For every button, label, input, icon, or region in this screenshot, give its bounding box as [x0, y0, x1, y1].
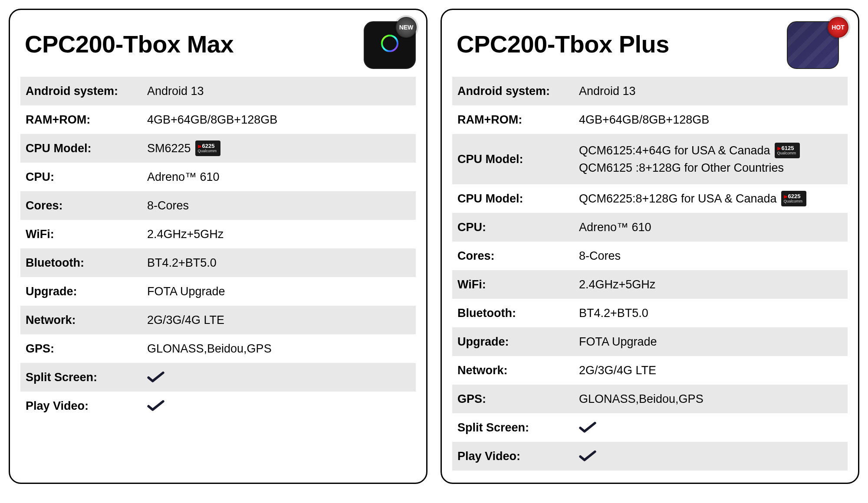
spec-label: Bluetooth:: [26, 256, 147, 270]
spec-row: CPU Model:QCM6125:4+64G for USA & Canada…: [452, 134, 848, 184]
spec-value: 4GB+64GB/8GB+128GB: [579, 111, 842, 129]
spec-row: Cores:8-Cores: [20, 191, 416, 220]
new-badge-icon: NEW: [396, 17, 417, 38]
spec-row: CPU:Adreno™ 610: [452, 213, 848, 242]
check-icon: [147, 400, 164, 412]
spec-label: RAM+ROM:: [26, 113, 147, 127]
spec-value: [579, 450, 842, 462]
spec-row: Split Screen:: [20, 363, 416, 392]
spec-label: Split Screen:: [26, 371, 147, 384]
spec-list: Android system:Android 13RAM+ROM:4GB+64G…: [20, 77, 416, 420]
spec-row: Play Video:: [452, 442, 848, 470]
card-header: CPC200-Tbox Plus HOT: [452, 18, 848, 70]
spec-label: CPU Model:: [457, 192, 579, 206]
spec-value: 2.4GHz+5GHz: [579, 276, 842, 294]
spec-label: Cores:: [457, 249, 579, 263]
product-image-wrap: HOT: [787, 18, 848, 70]
spec-label: Play Video:: [457, 450, 579, 463]
spec-label: Cores:: [26, 199, 147, 212]
product-image-wrap: NEW: [355, 18, 416, 70]
spec-label: CPU:: [457, 221, 579, 234]
spec-value: 4GB+64GB/8GB+128GB: [147, 111, 411, 129]
spec-row: CPU:Adreno™ 610: [20, 163, 416, 191]
spec-row: Upgrade:FOTA Upgrade: [20, 277, 416, 306]
card-title: CPC200-Tbox Max: [25, 30, 233, 58]
spec-value: GLONASS,Beidou,GPS: [579, 390, 842, 408]
qualcomm-chip-icon: 6225Qualcomm: [195, 140, 220, 156]
spec-value: [579, 421, 842, 434]
spec-value: Adreno™ 610: [579, 219, 842, 236]
spec-label: WiFi:: [457, 278, 579, 291]
spec-value: 2G/3G/4G LTE: [147, 311, 411, 329]
check-icon: [147, 371, 164, 383]
qualcomm-chip-icon: 6225Qualcomm: [781, 191, 806, 206]
spec-row: Bluetooth:BT4.2+BT5.0: [20, 248, 416, 277]
spec-label: Split Screen:: [457, 421, 579, 434]
spec-row: GPS:GLONASS,Beidou,GPS: [452, 385, 848, 413]
spec-value: Adreno™ 610: [147, 168, 411, 186]
spec-label: GPS:: [457, 392, 579, 406]
spec-row: WiFi:2.4GHz+5GHz: [452, 270, 848, 299]
spec-value-line: QCM6125 :8+128G for Other Countries: [579, 159, 842, 177]
spec-label: Network:: [26, 314, 147, 327]
spec-label: CPU:: [26, 170, 147, 184]
spec-row: Play Video:: [20, 392, 416, 420]
card-header: CPC200-Tbox Max NEW: [20, 18, 416, 70]
spec-label: Network:: [457, 364, 579, 377]
spec-value: 8-Cores: [147, 197, 411, 215]
spec-row: Android system:Android 13: [20, 77, 416, 105]
spec-value: FOTA Upgrade: [147, 283, 411, 300]
spec-row: Split Screen:: [452, 413, 848, 442]
spec-label: CPU Model:: [457, 153, 579, 166]
spec-label: Upgrade:: [457, 335, 579, 349]
spec-card-plus: CPC200-Tbox Plus HOT Android system:Andr…: [441, 9, 859, 484]
hot-badge-icon: HOT: [828, 17, 848, 38]
spec-value: SM6225 6225Qualcomm: [147, 140, 411, 157]
spec-value: Android 13: [579, 82, 842, 100]
spec-row: Network:2G/3G/4G LTE: [452, 356, 848, 385]
spec-value: QCM6225:8+128G for USA & Canada 6225Qual…: [579, 190, 842, 208]
spec-label: WiFi:: [26, 228, 147, 241]
svg-point-0: [382, 36, 398, 51]
spec-row: CPU Model:SM6225 6225Qualcomm: [20, 134, 416, 163]
spec-label: Bluetooth:: [457, 307, 579, 320]
spec-row: Network:2G/3G/4G LTE: [20, 306, 416, 334]
spec-card-max: CPC200-Tbox Max NEW: [9, 9, 427, 484]
spec-label: GPS:: [26, 342, 147, 356]
spec-row: RAM+ROM:4GB+64GB/8GB+128GB: [20, 105, 416, 134]
spec-value: FOTA Upgrade: [579, 333, 842, 351]
spec-row: Cores:8-Cores: [452, 242, 848, 270]
card-title: CPC200-Tbox Plus: [457, 30, 669, 58]
spec-value: 2.4GHz+5GHz: [147, 225, 411, 243]
spec-value: BT4.2+BT5.0: [579, 304, 842, 322]
spec-row: Upgrade:FOTA Upgrade: [452, 327, 848, 356]
spec-value: 8-Cores: [579, 247, 842, 265]
spec-label: Android system:: [457, 85, 579, 98]
spec-row: Bluetooth:BT4.2+BT5.0: [452, 299, 848, 327]
spec-value: GLONASS,Beidou,GPS: [147, 340, 411, 358]
qualcomm-chip-icon: 6125Qualcomm: [775, 143, 800, 158]
spec-label: RAM+ROM:: [457, 113, 579, 127]
check-icon: [579, 450, 596, 462]
spec-value: [147, 371, 411, 383]
spec-row: CPU Model:QCM6225:8+128G for USA & Canad…: [452, 184, 848, 213]
spec-row: WiFi:2.4GHz+5GHz: [20, 220, 416, 248]
spec-label: Play Video:: [26, 399, 147, 413]
spec-value: 2G/3G/4G LTE: [579, 362, 842, 379]
spec-value: BT4.2+BT5.0: [147, 254, 411, 272]
spec-label: Upgrade:: [26, 285, 147, 298]
spec-row: Android system:Android 13: [452, 77, 848, 105]
spec-row: GPS:GLONASS,Beidou,GPS: [20, 334, 416, 363]
check-icon: [579, 421, 596, 434]
spec-value-line: QCM6125:4+64G for USA & Canada 6125Qualc…: [579, 142, 842, 160]
spec-row: RAM+ROM:4GB+64GB/8GB+128GB: [452, 105, 848, 134]
spec-label: Android system:: [26, 85, 147, 98]
spec-label: CPU Model:: [26, 142, 147, 155]
spec-list: Android system:Android 13RAM+ROM:4GB+64G…: [452, 77, 848, 470]
spec-value: [147, 400, 411, 412]
spec-value: QCM6125:4+64G for USA & Canada 6125Qualc…: [579, 142, 842, 177]
spec-value: Android 13: [147, 82, 411, 100]
